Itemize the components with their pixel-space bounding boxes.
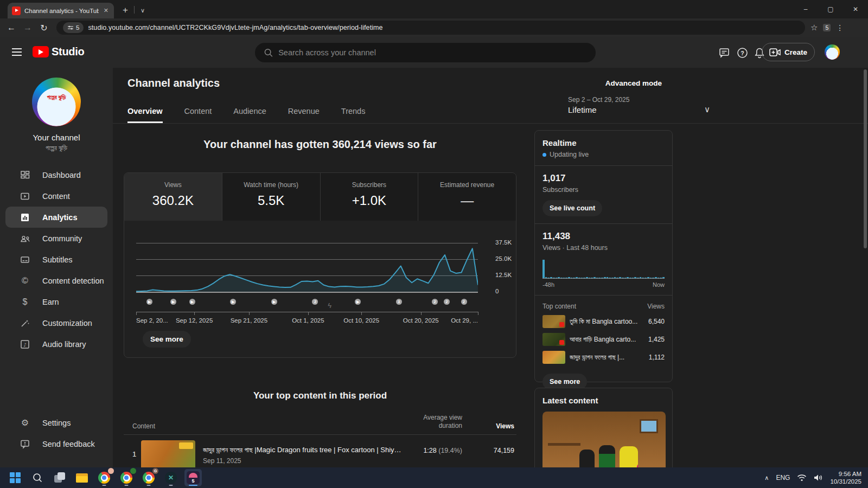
- sidebar-item-dashboard[interactable]: Dashboard: [5, 164, 107, 185]
- browser-menu-icon[interactable]: ⋮: [836, 23, 844, 32]
- sidebar-item-label: Earn: [42, 298, 59, 306]
- youtube-studio-logo[interactable]: Studio: [33, 46, 84, 58]
- metric-watch-time[interactable]: Watch time (hours) 5.5K: [222, 173, 321, 221]
- video-marker[interactable]: ▶: [170, 299, 176, 305]
- account-avatar[interactable]: [825, 44, 840, 60]
- tab-trends[interactable]: Trends: [341, 107, 366, 123]
- sidebar-item-audio-library[interactable]: ♪ Audio library: [5, 333, 107, 355]
- see-more-button[interactable]: See more: [143, 331, 191, 348]
- sidebar-item-analytics[interactable]: Analytics: [5, 207, 107, 228]
- video-title[interactable]: জাদুর ড্রাগন ফলের গাছ |Magic Dragon frui…: [203, 446, 403, 454]
- metric-views[interactable]: Views 360.2K: [124, 173, 222, 221]
- sidebar-item-settings[interactable]: ⚙ Settings: [5, 412, 107, 433]
- url-bar[interactable]: 5 studio.youtube.com/channel/UCTR2CKkG9V…: [56, 21, 805, 35]
- close-button[interactable]: ✕: [843, 0, 868, 18]
- video-marker[interactable]: 2: [444, 299, 450, 305]
- search-input[interactable]: [278, 48, 587, 57]
- video-marker[interactable]: 2: [461, 299, 467, 305]
- video-marker[interactable]: 2: [312, 299, 318, 305]
- studio-header: Studio ?: [0, 37, 868, 68]
- sidebar-item-content-detection[interactable]: © Content detection: [5, 270, 107, 291]
- reload-button[interactable]: ↻: [36, 23, 52, 33]
- latest-content-title: Latest content: [542, 396, 665, 405]
- sidebar-item-label: Customization: [42, 319, 92, 328]
- channel-avatar[interactable]: গল্পের ঝুড়ি: [32, 78, 81, 126]
- video-marker[interactable]: ▶: [146, 299, 152, 305]
- video-marker[interactable]: 2: [432, 299, 438, 305]
- extension-badge[interactable]: 5: [823, 24, 831, 31]
- x-tick-label: Oct 29, ...: [451, 317, 478, 324]
- video-marker[interactable]: 3: [396, 299, 402, 305]
- video-thumbnail[interactable]: [141, 440, 195, 467]
- views-line-chart[interactable]: 37.5K 25.0K 12.5K 0: [136, 237, 516, 300]
- tray-chevron-icon[interactable]: ∧: [764, 474, 769, 481]
- tab-overview[interactable]: Overview: [127, 107, 163, 123]
- feedback-icon[interactable]: [717, 46, 731, 60]
- sidebar-item-community[interactable]: Community: [5, 228, 107, 249]
- active-app-icon[interactable]: 5: [184, 469, 202, 486]
- sidebar-item-send-feedback[interactable]: Send feedback: [5, 433, 107, 454]
- browser-tab[interactable]: Channel analytics - YouTube St... ✕: [8, 3, 114, 18]
- wifi-icon[interactable]: [797, 474, 807, 481]
- date-range-picker[interactable]: Sep 2 – Oct 29, 2025 Lifetime ∨: [568, 96, 674, 114]
- create-button[interactable]: Create: [762, 43, 815, 61]
- sidebar-item-content[interactable]: Content: [5, 185, 107, 207]
- latest-content-card: Latest content: [534, 388, 673, 467]
- start-button[interactable]: [7, 469, 24, 486]
- metric-estimated-revenue[interactable]: Estimated revenue —: [418, 173, 516, 221]
- tab-revenue[interactable]: Revenue: [288, 107, 320, 123]
- sidebar-item-subtitles[interactable]: Subtitles: [5, 249, 107, 270]
- chrome-profile-1-icon[interactable]: [95, 469, 113, 486]
- chrome-profile-3-icon[interactable]: G: [140, 469, 157, 486]
- minimize-button[interactable]: –: [793, 0, 818, 18]
- sidebar-item-customization[interactable]: Customization: [5, 312, 107, 333]
- chrome-profile-2-icon[interactable]: [118, 469, 135, 486]
- video-marker[interactable]: ▶: [230, 299, 236, 305]
- realtime-bar-chart[interactable]: [542, 259, 665, 279]
- table-row[interactable]: 1 জাদুর ড্রাগন ফলের গাছ |Magic Dragon fr…: [124, 435, 516, 467]
- tab-search-chevron-icon[interactable]: ∨: [137, 4, 149, 17]
- file-explorer-icon[interactable]: [73, 469, 91, 486]
- tab-content[interactable]: Content: [184, 107, 212, 123]
- video-marker[interactable]: ϟ: [326, 301, 334, 309]
- top-content-row[interactable]: আবার গাড়ি Bangla carto... 1,425: [542, 333, 665, 346]
- realtime-subscribers: 1,017: [542, 173, 665, 184]
- top-content-label: Top content: [542, 303, 576, 310]
- advanced-mode-button[interactable]: Advanced mode: [605, 79, 662, 87]
- col-avg-view-duration[interactable]: Average view duration: [403, 414, 462, 430]
- maximize-button[interactable]: ▢: [818, 0, 843, 18]
- taskbar-clock[interactable]: 9:56 AM 10/31/2025: [830, 470, 861, 485]
- new-tab-button[interactable]: +: [118, 4, 132, 17]
- site-permissions-chip[interactable]: 5: [63, 22, 84, 33]
- metric-subscribers[interactable]: Subscribers +1.0K: [321, 173, 419, 221]
- back-button[interactable]: ←: [3, 23, 20, 33]
- col-views[interactable]: Views: [462, 422, 514, 430]
- sidebar-footer: ⚙ Settings Send feedback: [0, 412, 113, 454]
- forward-button[interactable]: →: [20, 23, 36, 33]
- top-content-row[interactable]: জাদুর ড্রাগন ফলের গাছ |... 1,112: [542, 351, 665, 364]
- video-marker[interactable]: ▶: [271, 299, 277, 305]
- system-tray: ∧ ENG 9:56 AM 10/31/2025: [764, 470, 868, 485]
- page-scrollbar[interactable]: [864, 69, 867, 248]
- studio-search[interactable]: [255, 43, 596, 62]
- task-view-icon[interactable]: [51, 469, 68, 486]
- language-indicator[interactable]: ENG: [776, 474, 790, 481]
- subscribers-label: Subscribers: [542, 186, 665, 194]
- volume-icon[interactable]: [814, 474, 823, 481]
- video-marker[interactable]: ▶: [189, 299, 195, 305]
- help-icon[interactable]: ?: [735, 46, 749, 60]
- see-live-count-button[interactable]: See live count: [542, 200, 602, 216]
- top-content-row[interactable]: তুমি কি মা Bangla cartoo... 6,540: [542, 315, 665, 328]
- x-app-icon[interactable]: ✕: [162, 469, 180, 486]
- video-marker[interactable]: ▶: [355, 299, 361, 305]
- svg-text:?: ?: [741, 49, 744, 56]
- latest-video-thumbnail[interactable]: [542, 412, 666, 467]
- tab-close-icon[interactable]: ✕: [103, 7, 110, 14]
- sidebar-item-earn[interactable]: $ Earn: [5, 291, 107, 312]
- taskbar-search-icon[interactable]: [29, 469, 46, 486]
- col-content[interactable]: Content: [132, 422, 403, 430]
- hamburger-menu-icon[interactable]: [12, 48, 22, 56]
- bookmark-star-icon[interactable]: ☆: [810, 23, 818, 33]
- tab-audience[interactable]: Audience: [233, 107, 266, 123]
- community-icon: [20, 233, 30, 244]
